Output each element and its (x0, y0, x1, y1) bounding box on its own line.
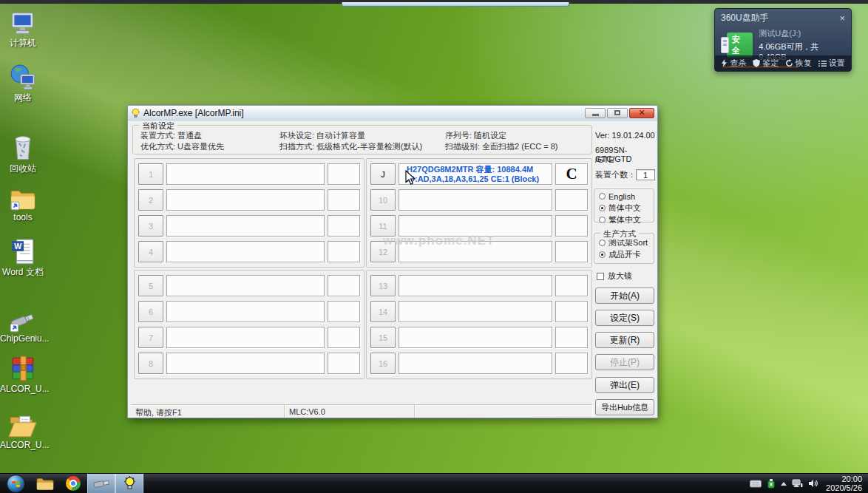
start-button[interactable]: 开始(A) (595, 288, 654, 304)
clock-date: 2020/5/26 (826, 483, 862, 492)
desktop-icon-alcor-archive[interactable]: ALCOR_U... (0, 355, 46, 394)
helper-close-icon[interactable]: × (839, 14, 845, 23)
svg-text:W: W (14, 242, 21, 251)
lightning-icon (721, 59, 728, 67)
desktop-icon-label: tools (0, 213, 46, 222)
taskbar-alcormp-button[interactable] (115, 474, 143, 493)
start-button[interactable] (7, 475, 25, 493)
radio-selected-icon[interactable] (599, 205, 606, 211)
lang-option-traditional[interactable]: 繁体中文 (599, 215, 654, 225)
radio-icon[interactable] (599, 239, 606, 246)
taskbar: 20:00 2020/5/26 (0, 473, 868, 493)
taskbar-chipgenius-button[interactable] (87, 474, 115, 493)
usb-stick-icon (92, 477, 110, 489)
radio-icon[interactable] (599, 193, 606, 200)
slot-progress-14 (399, 301, 552, 322)
slot-button-7[interactable]: 7 (138, 327, 163, 348)
slot-row: 15 (370, 327, 588, 348)
stop-button[interactable]: 停止(P) (595, 354, 654, 370)
slot-button-13[interactable]: 13 (370, 275, 396, 296)
setting-serial: 序列号: 随机设定扫描级别: 全面扫描2 (ECC = 8) (445, 130, 558, 152)
taskbar-explorer-button[interactable] (31, 474, 59, 493)
desktop-icon-label: ALCOR_U... (0, 384, 46, 394)
hidden-window-edge[interactable] (342, 2, 569, 7)
export-hub-button[interactable]: 导出Hub信息 (595, 399, 654, 415)
desktop-icon-chipgenius[interactable]: ChipGeniu... (0, 305, 46, 344)
slot-button-4[interactable]: 4 (138, 241, 163, 262)
slot-group-1-4: 1 2 3 4 (134, 158, 365, 268)
window-titlebar[interactable]: AlcorMP.exe [AlcorMP.ini] ✕ (128, 106, 657, 120)
slot-status-1 (328, 163, 360, 185)
slot-status-8 (328, 353, 360, 374)
slot-progress-3 (166, 215, 325, 237)
helper-action-identify[interactable]: 鉴定 (753, 58, 779, 69)
maximize-button[interactable] (607, 108, 628, 118)
desktop-icon-tools[interactable]: tools (0, 183, 46, 222)
desktop-icon-label: 回收站 (0, 164, 46, 174)
slot-status-6 (328, 301, 360, 322)
side-panel: Ver: 19.01.24.00 6989SN-GTC/GTD /GTE 装置个… (594, 120, 657, 419)
checkbox-icon[interactable] (597, 273, 604, 280)
helper-action-restore[interactable]: 恢复 (785, 58, 812, 69)
usb-safe-remove-icon[interactable] (767, 478, 776, 489)
taskbar-chrome-button[interactable] (59, 474, 87, 493)
lang-option-simplified[interactable]: 简体中文 (599, 203, 654, 213)
speaker-tray-icon[interactable] (808, 479, 818, 488)
slot-button-6[interactable]: 6 (138, 301, 163, 322)
slot-status-16 (555, 353, 588, 374)
close-icon: ✕ (638, 108, 645, 118)
radio-icon[interactable] (599, 217, 606, 223)
slot-progress-8 (166, 353, 325, 374)
current-settings-group: 当前设定 装置方式: 普通盘优化方式: U盘容量优先 坏块设定: 自动计算容量扫… (132, 125, 592, 154)
helper-action-scan[interactable]: 查杀 (721, 58, 746, 69)
minimize-button[interactable] (585, 108, 606, 118)
slot-button-2[interactable]: 2 (138, 189, 163, 211)
radio-selected-icon[interactable] (599, 251, 606, 258)
close-button[interactable]: ✕ (629, 108, 654, 118)
word-document-icon: W (0, 238, 46, 266)
tray-overflow-arrow-icon[interactable] (781, 482, 787, 486)
slot-status-7 (328, 327, 360, 348)
slot-row: 1 (138, 163, 360, 185)
update-button[interactable]: 更新(R) (595, 332, 654, 348)
taskbar-clock[interactable]: 20:00 2020/5/26 (826, 475, 862, 492)
flash-chip-info: H27QDG8M2MTR 容量: 10884.4M (407, 165, 552, 174)
desktop-icon-recycle-bin[interactable]: 回收站 (0, 135, 46, 174)
slot-button-J[interactable]: J (370, 163, 396, 185)
slot-progress-15 (399, 327, 552, 348)
device-count-label: 装置个数： (595, 169, 636, 180)
slot-button-8[interactable]: 8 (138, 353, 163, 374)
device-count-input[interactable]: 1 (636, 169, 655, 180)
slot-button-1[interactable]: 1 (138, 163, 163, 185)
slot-button-10[interactable]: 10 (370, 189, 396, 211)
slot-progress-1 (166, 163, 325, 185)
set-button[interactable]: 设定(S) (595, 310, 654, 326)
usb-drive-icon: 安全 (721, 33, 753, 58)
controller-model-2: /GTE (595, 155, 614, 164)
magnifier-option[interactable]: 放大镜 (597, 271, 632, 282)
desktop-icon-network[interactable]: 网络 (0, 64, 46, 103)
slot-button-14[interactable]: 14 (370, 301, 396, 322)
keyboard-tray-icon[interactable] (750, 480, 762, 488)
device-count-row: 装置个数： 1 (595, 169, 655, 180)
slot-button-16[interactable]: 16 (370, 353, 396, 374)
slot-button-15[interactable]: 15 (370, 327, 396, 348)
desktop-icon-word-doc[interactable]: W Word 文档 (0, 238, 46, 277)
status-empty (415, 405, 592, 418)
slot-status-3 (328, 215, 360, 237)
slot-button-5[interactable]: 5 (138, 275, 163, 296)
slot-progress-J: H27QDG8M2MTR 容量: 10884.4M ID:AD,3A,18,A3… (399, 163, 552, 185)
helper-drive-name: 测试U盘(J:) (759, 28, 845, 39)
slot-button-3[interactable]: 3 (138, 215, 163, 237)
desktop-icon-alcor-folder[interactable]: ALCOR_U... (0, 411, 46, 450)
eject-button[interactable]: 弹出(E) (595, 377, 654, 393)
helper-action-settings[interactable]: 设置 (818, 58, 845, 69)
desktop-icon-computer[interactable]: 计算机 (0, 9, 46, 48)
usb-stick-shortcut-icon (0, 305, 46, 333)
lang-option-english[interactable]: English (599, 191, 654, 201)
network-tray-icon[interactable] (792, 479, 803, 488)
slot-group-5-8: 5 6 7 8 (134, 270, 365, 379)
chrome-icon (66, 476, 81, 491)
desktop-icon-label: ChipGeniu... (0, 334, 46, 344)
prod-option-retail[interactable]: 成品开卡 (599, 250, 654, 259)
